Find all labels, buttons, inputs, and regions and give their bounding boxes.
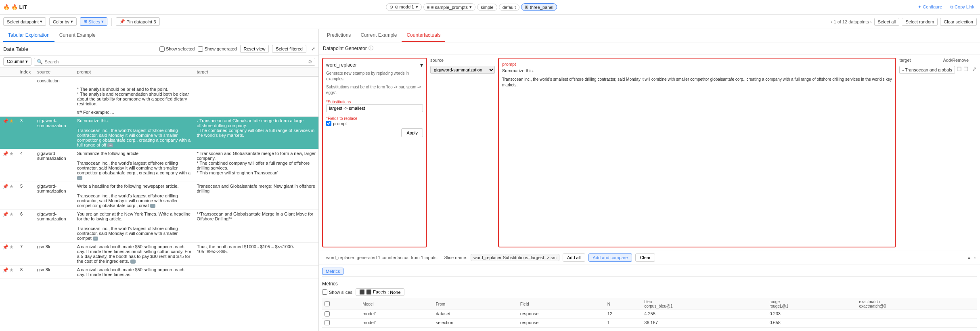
truncated-badge[interactable]: ···	[107, 143, 113, 147]
metrics-select-all[interactable]	[325, 301, 330, 306]
model-chip[interactable]: ⊙ ⊙ model1 ▾	[386, 3, 422, 11]
slices-btn[interactable]: ⊞ Slices ▾	[80, 17, 107, 26]
facets-btn[interactable]: ⬛ ⬛ Facets : None	[356, 288, 404, 296]
row-prompt-cell: ## For example: ...	[75, 108, 195, 117]
nav-center: ⊙ ⊙ model1 ▾ ≡ ≡ sample_prompts ▾ simple…	[30, 3, 912, 11]
row-star-icon[interactable]: ★	[9, 151, 14, 157]
row-pin-icon[interactable]: 📌	[2, 244, 8, 250]
model-label: ⊙ model1	[395, 4, 414, 10]
model-icon: ⊙	[389, 4, 393, 10]
row-target-cell: Thus, the booth earned $1000 - $105 = $<…	[194, 243, 318, 266]
row-pin-icon[interactable]: 📌	[2, 118, 8, 124]
layout-default[interactable]: default	[499, 4, 519, 11]
show-generated-label[interactable]: Show generated	[198, 46, 237, 52]
row-pin-icon[interactable]: 📌	[2, 184, 8, 189]
add-row-icon[interactable]: ☐	[957, 66, 962, 72]
configure-btn[interactable]: ✦ Configure	[915, 4, 944, 10]
prompt-body: Transocean inc., the world's smallest of…	[502, 77, 892, 243]
search-input[interactable]	[44, 59, 306, 64]
metrics-tab-label: Metrics	[326, 269, 340, 274]
row-target-cell: Transocean and Globalsantafe merge: New …	[194, 182, 318, 210]
cf-fields-checkbox[interactable]	[326, 121, 331, 126]
add-remove-label: Add/Remove	[943, 58, 969, 64]
metrics-row-check[interactable]	[325, 311, 330, 316]
cf-substitutions-label: *Substitutions	[326, 100, 423, 104]
reset-view-btn[interactable]: Reset view	[240, 45, 269, 53]
truncated-badge[interactable]: ···	[93, 237, 98, 241]
source-select[interactable]: gigaword-summarization	[430, 66, 495, 74]
row-controls-cell	[0, 76, 18, 85]
expand-icon[interactable]: ⤢	[311, 46, 315, 52]
truncated-badge[interactable]: ···	[130, 260, 136, 264]
copy-link-btn[interactable]: ⧉ Copy Link	[948, 4, 977, 10]
select-datapoint-btn[interactable]: Select datapoint ▾	[3, 17, 46, 26]
metrics-row-n: 1	[605, 319, 642, 328]
show-selected-label[interactable]: Show selected	[159, 46, 195, 52]
add-all-btn[interactable]: Add all	[563, 253, 585, 262]
row-star-icon[interactable]: ★	[9, 212, 14, 217]
show-selected-checkbox[interactable]	[159, 46, 165, 52]
prompt-summarize: Summarize this.	[502, 68, 892, 75]
row-star-icon[interactable]: ★	[9, 184, 14, 189]
row-star-icon[interactable]: ★	[9, 244, 14, 250]
metrics-row-exactmatch	[856, 319, 977, 328]
cf-fields-value: prompt	[333, 121, 347, 126]
row-index-cell	[18, 76, 35, 85]
color-by-btn[interactable]: Color by ▾	[49, 17, 77, 26]
sort-icon[interactable]: ↕	[974, 255, 976, 260]
slice-name-val: word_replacer:Substitutions=largest -> s…	[471, 254, 559, 261]
metrics-row: model1 dataset response 12 4.255 0.233	[322, 310, 977, 319]
row-index-cell: 3	[18, 117, 35, 149]
layout-simple[interactable]: simple	[477, 4, 497, 11]
remove-row-icon[interactable]: ☐	[963, 66, 969, 72]
columns-btn[interactable]: Columns ▾	[3, 57, 31, 66]
search-settings-icon[interactable]: ⚙	[308, 59, 312, 65]
target-value: - Transocean and globals	[899, 66, 955, 74]
tab-predictions[interactable]: Predictions	[322, 29, 356, 42]
row-source-cell: gigaword-summarization	[35, 149, 75, 182]
expand-cf-icon[interactable]: ⤢	[972, 66, 977, 72]
word-replacer-chevron-icon[interactable]: ▾	[420, 62, 423, 68]
truncated-badge[interactable]: ···	[150, 204, 156, 208]
layout-three-panel[interactable]: ⊞ three_panel	[521, 3, 557, 11]
show-slices-checkbox[interactable]	[322, 289, 327, 295]
select-random-btn[interactable]: Select random	[902, 18, 938, 26]
counterfactuals-panel: Datapoint Generator ⓘ word_replacer ▾ Ge…	[319, 42, 980, 331]
metrics-row-model: model1	[360, 319, 433, 328]
tab-current-example[interactable]: Current Example	[54, 29, 101, 42]
row-source-cell: gsm8k	[35, 266, 75, 279]
cf-substitutions-input[interactable]	[326, 104, 423, 112]
filter-icon[interactable]: ≡	[968, 255, 970, 260]
row-index-cell	[18, 85, 35, 108]
row-pin-icon[interactable]: 📌	[2, 151, 8, 157]
tab-current-example-right[interactable]: Current Example	[356, 29, 402, 42]
pin-datapoint-btn[interactable]: 📌 Pin datapoint 3	[116, 17, 159, 26]
select-all-btn[interactable]: Select all	[874, 18, 900, 26]
tab-counterfactuals[interactable]: Counterfactuals	[402, 29, 445, 42]
metrics-tab-btn[interactable]: Metrics	[322, 268, 343, 275]
show-generated-text: Show generated	[204, 46, 237, 51]
select-filtered-btn[interactable]: Select filtered	[272, 45, 306, 53]
show-slices-label[interactable]: Show slices	[322, 289, 352, 295]
row-pin-icon[interactable]: 📌	[2, 212, 8, 217]
row-prompt-cell: Write a headline for the following newsp…	[75, 182, 195, 210]
apply-btn[interactable]: Apply	[401, 128, 423, 137]
columns-label: Columns ▾	[7, 59, 28, 64]
add-compare-btn[interactable]: Add and compare	[588, 253, 632, 262]
dataset-label: ≡ sample_prompts	[431, 5, 468, 10]
metrics-row-from: selection	[433, 319, 518, 328]
truncated-badge[interactable]: ···	[77, 176, 83, 180]
dataset-chip[interactable]: ≡ ≡ sample_prompts ▾	[423, 3, 475, 11]
show-generated-checkbox[interactable]	[198, 46, 203, 52]
search-icon: 🔍	[37, 59, 43, 65]
row-pin-icon[interactable]: 📌	[2, 267, 8, 273]
metrics-row-check[interactable]	[325, 320, 330, 325]
clear-btn[interactable]: Clear	[635, 253, 655, 262]
row-star-icon[interactable]: ★	[9, 118, 14, 124]
clear-selection-btn[interactable]: Clear selection	[940, 18, 977, 26]
tab-tabular-exploration[interactable]: Tabular Exploration	[3, 29, 54, 42]
mt-col-field: Field	[518, 298, 605, 310]
row-star-icon[interactable]: ★	[9, 267, 14, 273]
row-source-cell: gigaword-summarization	[35, 117, 75, 149]
word-replacer-card: word_replacer ▾ Generate new examples by…	[322, 58, 427, 247]
